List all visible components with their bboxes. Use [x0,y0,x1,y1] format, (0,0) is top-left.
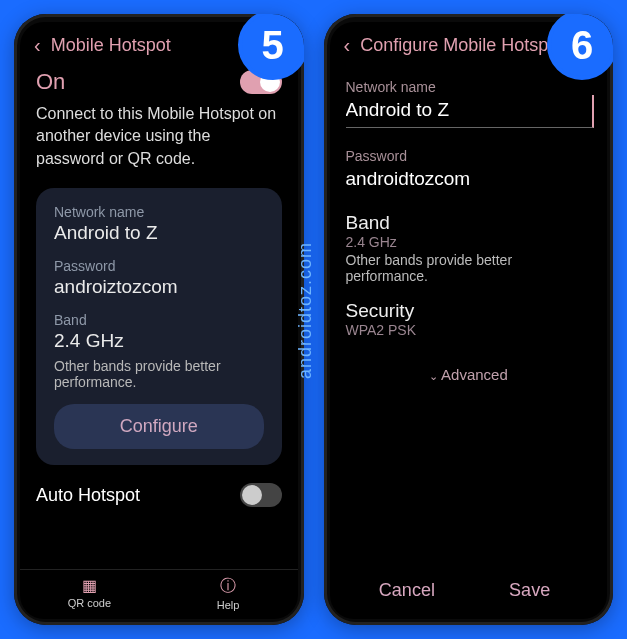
qr-code-icon: ▦ [20,576,159,595]
back-icon[interactable]: ‹ [34,34,41,57]
configure-button[interactable]: Configure [54,404,264,449]
security-title[interactable]: Security [346,300,592,322]
band-label: Band [54,312,264,328]
hotspot-info-panel: Network name Android to Z Password andro… [36,188,282,465]
band-value: 2.4 GHz [346,234,592,250]
network-name-label: Network name [346,79,592,95]
save-button[interactable]: Save [468,580,591,601]
bottom-nav: ▦ QR code ⓘ Help [20,569,298,619]
page-title: Configure Mobile Hotspot [360,35,563,56]
auto-hotspot-toggle[interactable] [240,483,282,507]
advanced-toggle[interactable]: ⌄ Advanced [346,366,592,383]
hotspot-on-label: On [36,69,65,95]
password-input[interactable] [346,164,592,196]
phone-right: 6 ‹ Configure Mobile Hotspot Network nam… [324,14,614,625]
password-label: Password [346,148,592,164]
page-title: Mobile Hotspot [51,35,171,56]
cancel-button[interactable]: Cancel [346,580,469,601]
password-label: Password [54,258,264,274]
watermark-text: androidtoz.com [295,242,316,379]
network-name-label: Network name [54,204,264,220]
band-title[interactable]: Band [346,212,592,234]
nav-qr-code[interactable]: ▦ QR code [20,576,159,611]
chevron-down-icon: ⌄ [429,370,438,382]
hotspot-description: Connect to this Mobile Hotspot on anothe… [36,103,282,170]
network-name-value: Android to Z [54,222,264,244]
nav-help[interactable]: ⓘ Help [159,576,298,611]
band-subtext: Other bands provide better performance. [54,358,264,390]
back-icon[interactable]: ‹ [344,34,351,57]
band-subtext: Other bands provide better performance. [346,252,592,284]
band-value: 2.4 GHz [54,330,264,352]
step-badge-6: 6 [547,14,613,80]
security-value: WPA2 PSK [346,322,592,338]
help-icon: ⓘ [159,576,298,597]
password-value: androiztozcom [54,276,264,298]
auto-hotspot-label: Auto Hotspot [36,485,140,506]
network-name-input[interactable] [346,95,595,128]
phone-left: 5 ‹ Mobile Hotspot On Connect to this Mo… [14,14,304,625]
